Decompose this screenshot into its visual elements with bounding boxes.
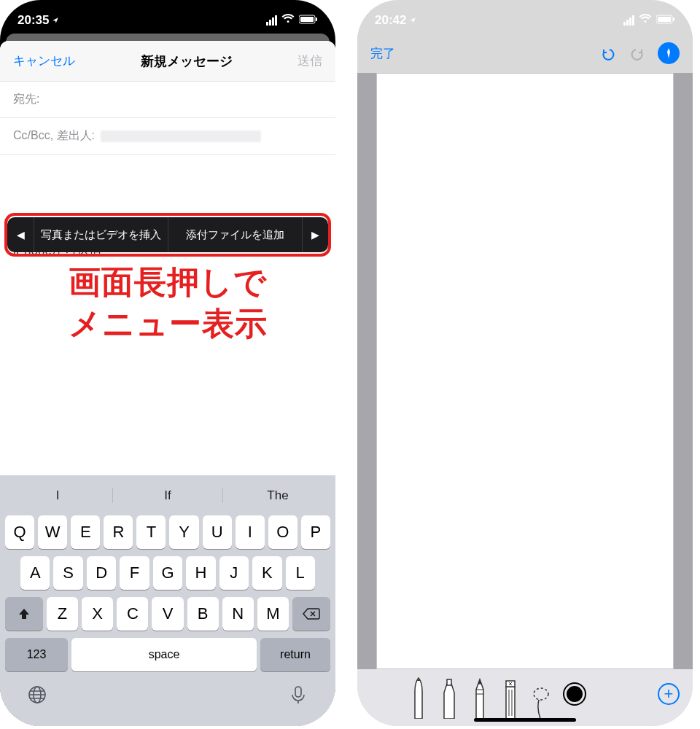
pencil-tool[interactable] xyxy=(468,675,491,719)
insert-photo-video-button[interactable]: 写真またはビデオを挿入 xyxy=(34,217,168,252)
home-indicator[interactable] xyxy=(474,718,576,722)
microphone-icon[interactable] xyxy=(287,684,309,709)
key-l[interactable]: L xyxy=(286,556,315,590)
status-time: 20:35 xyxy=(18,13,49,28)
mail-compose-sheet: キャンセル 新規メッセージ 送信 宛先: Cc/Bcc, 差出人: iPhone… xyxy=(0,41,335,726)
svg-rect-14 xyxy=(506,687,515,719)
space-key[interactable]: space xyxy=(71,638,257,671)
key-u[interactable]: U xyxy=(203,515,232,549)
key-row-4: 123 space return xyxy=(3,634,332,675)
key-i[interactable]: I xyxy=(236,515,265,549)
add-shape-button[interactable]: + xyxy=(658,683,680,705)
to-label: 宛先: xyxy=(13,92,39,107)
key-s[interactable]: S xyxy=(53,556,82,590)
suggestion-3[interactable]: The xyxy=(223,488,332,503)
to-field[interactable]: 宛先: xyxy=(0,82,335,118)
mail-header: キャンセル 新規メッセージ 送信 xyxy=(0,41,335,82)
undo-button[interactable] xyxy=(596,42,618,64)
keyboard-suggestions: I If The xyxy=(3,480,332,512)
keyboard: I If The Q W E R T Y U I O P A S D F xyxy=(0,475,335,726)
cc-bcc-from-field[interactable]: Cc/Bcc, 差出人: xyxy=(0,118,335,155)
phone-markup-editor: 20:42 完了 xyxy=(357,0,693,726)
send-button[interactable]: 送信 xyxy=(298,52,322,69)
add-attachment-button[interactable]: 添付ファイルを追加 xyxy=(168,217,302,252)
key-h[interactable]: H xyxy=(186,556,215,590)
battery-icon xyxy=(299,13,318,28)
svg-rect-13 xyxy=(447,679,451,685)
svg-point-18 xyxy=(534,688,548,700)
key-a[interactable]: A xyxy=(20,556,50,590)
key-n[interactable]: N xyxy=(222,597,254,631)
key-p[interactable]: P xyxy=(301,515,330,549)
battery-icon xyxy=(656,13,675,28)
key-c[interactable]: C xyxy=(117,597,148,631)
key-z[interactable]: Z xyxy=(47,597,78,631)
annotation-line2: メニュー表示 xyxy=(0,303,335,344)
color-picker-button[interactable] xyxy=(564,684,585,704)
key-x[interactable]: X xyxy=(82,597,113,631)
key-row-3: Z X C V B N M xyxy=(3,593,332,634)
svg-rect-11 xyxy=(658,17,671,22)
cellular-signal-icon xyxy=(266,15,277,26)
key-t[interactable]: T xyxy=(136,515,166,549)
annotation-line1: 画面長押しで xyxy=(0,261,335,303)
globe-icon[interactable] xyxy=(26,684,48,709)
svg-rect-8 xyxy=(295,687,301,697)
done-button[interactable]: 完了 xyxy=(370,45,395,62)
pen-tool[interactable] xyxy=(407,675,430,719)
redo-button[interactable] xyxy=(627,42,649,64)
status-time: 20:42 xyxy=(375,13,406,28)
status-bar-left: 20:35 xyxy=(0,0,335,35)
key-y[interactable]: Y xyxy=(169,515,198,549)
menu-scroll-right-icon[interactable]: ▶ xyxy=(302,217,328,252)
location-icon xyxy=(52,13,59,28)
phone-mail-compose: 20:35 キャンセル 新規メッセージ 送信 宛先: Cc/Bcc, 差出人: xyxy=(0,0,335,726)
keyboard-bottom-row xyxy=(3,675,332,713)
key-g[interactable]: G xyxy=(153,556,182,590)
shift-key[interactable] xyxy=(5,597,43,631)
key-q[interactable]: Q xyxy=(5,515,34,549)
menu-scroll-left-icon[interactable]: ◀ xyxy=(7,217,34,252)
numeric-key[interactable]: 123 xyxy=(5,638,68,671)
svg-rect-2 xyxy=(316,17,317,21)
cellular-signal-icon xyxy=(623,15,634,26)
mail-title: 新規メッセージ xyxy=(141,52,233,70)
key-k[interactable]: K xyxy=(252,556,281,590)
marker-tool[interactable] xyxy=(438,675,461,719)
key-f[interactable]: F xyxy=(120,556,149,590)
markup-toolbar: 完了 xyxy=(357,35,693,71)
key-w[interactable]: W xyxy=(38,515,67,549)
key-e[interactable]: E xyxy=(71,515,100,549)
svg-rect-12 xyxy=(673,17,674,21)
key-r[interactable]: R xyxy=(104,515,133,549)
status-bar-right: 20:42 xyxy=(357,0,693,35)
context-menu: ◀ 写真またはビデオを挿入 添付ファイルを追加 ▶ xyxy=(7,217,328,252)
key-o[interactable]: O xyxy=(268,515,298,549)
key-j[interactable]: J xyxy=(219,556,249,590)
lasso-tool[interactable] xyxy=(529,675,553,719)
suggestion-2[interactable]: If xyxy=(113,488,223,503)
wifi-icon xyxy=(639,13,652,28)
backspace-key[interactable] xyxy=(292,597,330,631)
key-row-1: Q W E R T Y U I O P xyxy=(3,512,332,553)
cancel-button[interactable]: キャンセル xyxy=(13,52,75,69)
location-icon xyxy=(409,13,416,28)
key-b[interactable]: B xyxy=(187,597,219,631)
annotation-text: 画面長押しで メニュー表示 xyxy=(0,261,335,344)
key-m[interactable]: M xyxy=(257,597,289,631)
eraser-tool[interactable] xyxy=(499,675,522,719)
pen-mode-button[interactable] xyxy=(658,42,680,64)
drawing-canvas[interactable] xyxy=(376,73,674,669)
from-address-blurred xyxy=(101,130,261,142)
key-d[interactable]: D xyxy=(87,556,116,590)
key-row-2: A S D F G H J K L xyxy=(3,553,332,593)
suggestion-1[interactable]: I xyxy=(3,488,113,503)
return-key[interactable]: return xyxy=(260,638,330,671)
svg-rect-1 xyxy=(300,17,314,22)
wifi-icon xyxy=(281,13,295,28)
key-v[interactable]: V xyxy=(152,597,183,631)
cc-label: Cc/Bcc, 差出人: xyxy=(13,128,95,144)
context-menu-highlight: ◀ 写真またはビデオを挿入 添付ファイルを追加 ▶ xyxy=(7,217,328,252)
